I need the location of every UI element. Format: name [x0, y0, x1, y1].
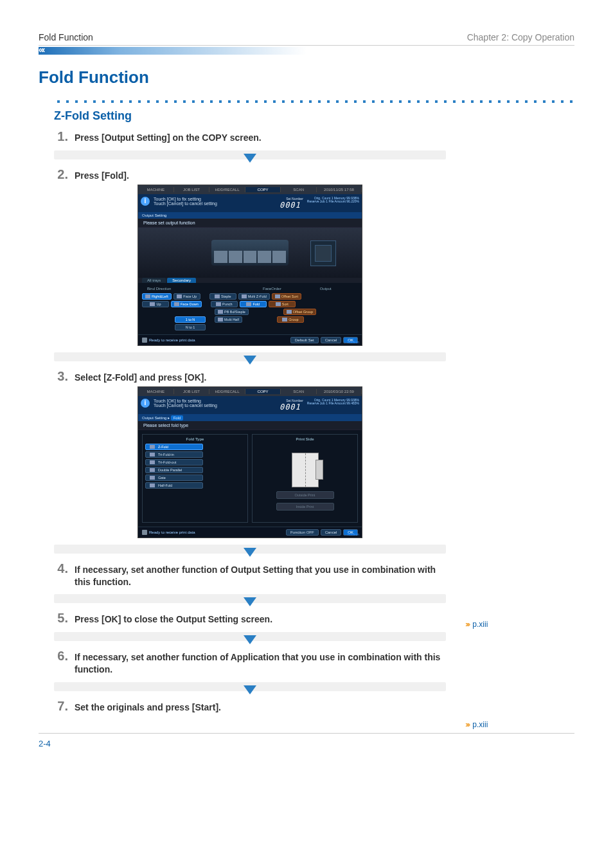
set-number: 0001	[277, 402, 303, 411]
screenshot-fold-type: MACHINE JOB LIST HDD/RECALL COPY SCAN 20…	[138, 386, 362, 538]
btn-up[interactable]: Up	[142, 301, 169, 307]
xref-link[interactable]: p.xiii	[472, 620, 488, 629]
zfold-icon	[150, 445, 155, 449]
meta-label: Reserve Job	[307, 199, 325, 203]
btn-group[interactable]: Group	[277, 316, 304, 323]
btn-fold[interactable]: Fold	[240, 301, 267, 307]
meta-label: File Amount	[328, 199, 345, 203]
btn-punch[interactable]: Punch	[211, 301, 238, 307]
prompt: Please set output function	[138, 219, 362, 228]
tab-copy[interactable]: COPY	[245, 187, 281, 192]
multihalf-icon	[218, 318, 223, 321]
meta-label: Reserve Job	[307, 401, 325, 405]
tab-joblist[interactable]: JOB LIST	[174, 187, 210, 192]
tab-machine[interactable]: MACHINE	[138, 187, 174, 192]
step-text: If necessary, set another function of Ou…	[75, 561, 446, 588]
chevron-down-icon	[244, 356, 256, 365]
step-number: 4.	[54, 561, 68, 575]
btn-cancel[interactable]: Cancel	[321, 529, 342, 536]
xref-step4[interactable]: ›››› p.xiii	[465, 619, 549, 629]
faceup-icon	[177, 294, 182, 298]
tray-graphic	[211, 240, 289, 266]
screenshot-output-setting: MACHINE JOB LIST HDD/RECALL COPY SCAN 20…	[138, 185, 362, 346]
btn-staple[interactable]: Staple	[209, 293, 236, 300]
btn-faceup[interactable]: Face Up	[173, 293, 200, 300]
btn-1ton[interactable]: 1 to N	[175, 316, 206, 323]
tab-secondary[interactable]: Secondary	[167, 278, 196, 283]
step-connector	[54, 590, 446, 607]
info-icon: i	[141, 197, 150, 206]
xref-link[interactable]: p.xiii	[472, 720, 488, 729]
step-connector	[54, 678, 446, 695]
btn-inside-print[interactable]: Inside Print	[276, 503, 334, 511]
chevron-down-icon	[244, 597, 256, 606]
col-bind: Bind Direction	[147, 287, 224, 291]
btn-nto1[interactable]: N to 1	[175, 324, 206, 330]
btn-halffold[interactable]: Half-Fold	[145, 482, 203, 489]
paper-preview	[310, 240, 336, 266]
step-text: Press [OK] to close the Output Setting s…	[75, 611, 272, 626]
step-connector	[54, 348, 446, 365]
step-6: 6. If necessary, set another function of…	[54, 649, 446, 676]
trifoldout-icon	[150, 460, 155, 464]
step-5: 5. Press [OK] to close the Output Settin…	[54, 611, 446, 626]
btn-trifoldout[interactable]: Tri-Fold-out	[145, 459, 203, 466]
btn-function-off[interactable]: Function OFF	[286, 529, 319, 536]
hdr-msg2: Touch [Cancel] to cancel setting	[154, 201, 273, 206]
fold-icon	[246, 302, 251, 306]
staple-icon	[215, 294, 220, 298]
btn-outside-print[interactable]: Outside Print	[276, 491, 334, 499]
page-number: 2-4	[39, 733, 574, 748]
step-number: 2.	[54, 167, 68, 181]
page-title: Fold Function	[39, 68, 574, 87]
tab-copy[interactable]: COPY	[245, 389, 281, 394]
tab-scan[interactable]: SCAN	[281, 389, 317, 394]
btn-offsetgroup[interactable]: Offset Group	[283, 309, 316, 315]
btn-multiz[interactable]: Multi Z-Fold	[238, 293, 270, 300]
tab-joblist[interactable]: JOB LIST	[174, 389, 210, 394]
tab-alltrays[interactable]: All trays	[142, 278, 166, 283]
meta-label: File Amount	[328, 401, 345, 405]
col-face: FaceOrder	[263, 287, 281, 291]
btn-trifoldin[interactable]: Tri-Fold-in	[145, 451, 203, 458]
step-3: 3. Select [Z-Fold] and press [OK].	[54, 369, 446, 384]
btn-gate[interactable]: Gate	[145, 475, 203, 481]
rotation-indicator: Rotation	[347, 340, 359, 344]
crumb-item-current: Fold	[171, 415, 184, 420]
btn-multihalf[interactable]: Multi Half	[215, 316, 242, 323]
chevron-down-icon	[244, 635, 256, 644]
step-number: 1.	[54, 129, 68, 143]
btn-facedown[interactable]: Face Down	[171, 301, 202, 307]
tab-scan[interactable]: SCAN	[281, 187, 317, 192]
dotted-rule	[54, 99, 574, 104]
btn-zfold[interactable]: Z-Fold	[145, 444, 203, 450]
tab-recall[interactable]: HDD/RECALL	[209, 187, 245, 192]
set-number: 0001	[277, 201, 303, 210]
running-head-right: Chapter 2: Copy Operation	[467, 32, 574, 42]
btn-pb[interactable]: PB Bd/Staple	[215, 309, 249, 315]
xref-step6[interactable]: ›››› p.xiii	[465, 719, 549, 729]
tab-machine[interactable]: MACHINE	[138, 389, 174, 394]
prev-page-nav[interactable]	[39, 47, 574, 55]
xref-arrow-icon: ››››	[465, 619, 468, 629]
step-connector	[54, 628, 446, 645]
printer-status: Ready to receive print data	[142, 530, 195, 535]
btn-default[interactable]: Default Set	[290, 337, 319, 343]
btn-sort[interactable]: Sort	[269, 301, 296, 307]
datetime: 2010/11/25 17:58	[317, 187, 362, 192]
btn-rightleft[interactable]: Right&Left	[142, 293, 172, 300]
tab-recall[interactable]: HDD/RECALL	[209, 389, 245, 394]
step-connector	[54, 147, 446, 163]
btn-cancel[interactable]: Cancel	[321, 337, 342, 343]
crumb-item[interactable]: Output Setting	[142, 416, 166, 420]
step-text: If necessary, set another function of Ap…	[75, 649, 446, 676]
btn-offsetsort[interactable]: Offset Sort	[272, 293, 301, 300]
step-text: Press [Output Setting] on the COPY scree…	[75, 129, 262, 144]
trifoldin-icon	[150, 453, 155, 457]
step-1: 1. Press [Output Setting] on the COPY sc…	[54, 129, 446, 144]
xref-arrow-icon: ››››	[465, 719, 468, 729]
btn-doubleparallel[interactable]: Double Parallel	[145, 467, 203, 473]
step-text: Set the originals and press [Start].	[75, 699, 221, 714]
col-print-side: Print Side	[296, 437, 314, 441]
halffold-icon	[150, 484, 155, 487]
